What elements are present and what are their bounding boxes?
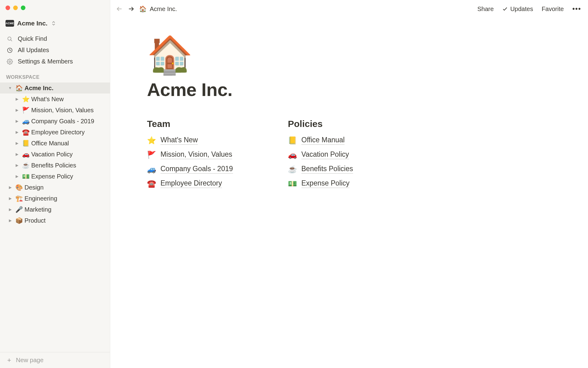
disclosure-triangle-icon[interactable]: ▼ [7,85,13,91]
tree-item[interactable]: ▼🏠Acme Inc. [0,82,110,94]
page-link[interactable]: ☎️Employee Directory [147,179,257,188]
updates-button[interactable]: Updates [502,6,533,13]
page-link-label: Vacation Policy [301,150,349,159]
tree-item[interactable]: ▶📦Product [0,215,110,226]
page-link-icon: 🚙 [147,165,156,174]
page-link-icon: 💵 [288,179,297,188]
breadcrumb-icon: 🏠 [139,5,147,13]
page-link-label: Employee Directory [160,179,222,188]
disclosure-triangle-icon[interactable]: ▶ [7,184,13,191]
page-body: 🏠 Acme Inc. Team⭐What's New🚩Mission, Vis… [110,18,588,368]
tree-item[interactable]: ▶☕Benefits Policies [0,160,110,171]
nav-forward-button[interactable] [127,4,136,13]
page-emoji-icon: 🚩 [21,106,30,114]
link-list: 📒Office Manual🚗Vacation Policy☕Benefits … [288,136,398,188]
sidebar-util-settings-members[interactable]: Settings & Members [0,56,110,67]
page-emoji-icon: 💵 [21,173,30,180]
breadcrumb[interactable]: 🏠 Acme Inc. [139,5,177,13]
sidebar-util-all-updates[interactable]: All Updates [0,44,110,56]
disclosure-triangle-icon[interactable]: ▶ [7,195,13,202]
favorite-button[interactable]: Favorite [542,6,564,13]
share-button[interactable]: Share [477,6,494,13]
page-link[interactable]: 🚩Mission, Vision, Values [147,150,257,159]
tree-item[interactable]: ▶🚗Vacation Policy [0,149,110,160]
tree-item[interactable]: ▶⭐What's New [0,94,110,105]
page-link[interactable]: 🚙Company Goals - 2019 [147,165,257,174]
page-link-icon: 🚩 [147,151,156,159]
tree-item-label: Employee Directory [31,129,85,136]
window-maximize-button[interactable] [21,6,25,10]
workspace-switcher[interactable]: ACME Acme Inc. [0,18,110,31]
tree-item[interactable]: ▶☎️Employee Directory [0,127,110,138]
sidebar-utilities: Quick FindAll UpdatesSettings & Members [0,31,110,69]
svg-line-1 [11,40,12,41]
svg-point-3 [9,61,10,62]
topbar: 🏠 Acme Inc. Share Updates Favorite ••• [110,0,588,18]
tree-item-label: Office Manual [31,140,69,147]
tree-item-label: Company Goals - 2019 [31,118,94,125]
window-minimize-button[interactable] [13,6,18,10]
tree-item-label: Marketing [24,206,51,213]
page-hero-icon[interactable]: 🏠 [147,36,551,73]
more-menu-button[interactable]: ••• [572,5,581,13]
disclosure-triangle-icon[interactable]: ▶ [7,217,13,224]
tree-item-label: Vacation Policy [31,151,73,158]
favorite-label: Favorite [542,6,564,13]
sidebar-util-label: Quick Find [18,35,47,42]
main-area: 🏠 Acme Inc. Share Updates Favorite ••• [110,0,588,368]
page-link[interactable]: ⭐What's New [147,136,257,145]
check-icon [502,6,508,12]
link-list: ⭐What's New🚩Mission, Vision, Values🚙Comp… [147,136,257,188]
breadcrumb-title: Acme Inc. [150,6,177,13]
page-link-icon: 📒 [288,136,297,145]
nav-back-button[interactable] [115,4,124,13]
window-controls [6,6,25,10]
page-link[interactable]: ☕Benefits Policies [288,165,398,174]
tree-item[interactable]: ▶🎤Marketing [0,204,110,215]
tree-item[interactable]: ▶🎨Design [0,182,110,193]
column-heading: Policies [288,119,398,129]
sidebar-util-quick-find[interactable]: Quick Find [0,33,110,44]
page-title[interactable]: Acme Inc. [147,79,551,100]
sidebar-util-label: Settings & Members [18,58,73,65]
tree-item[interactable]: ▶💵Expense Policy [0,171,110,182]
tree-item[interactable]: ▶🚩Mission, Vision, Values [0,105,110,116]
page-emoji-icon: ⭐ [21,95,30,103]
tree-item[interactable]: ▶🏗️Engineering [0,193,110,204]
tree-item-label: Expense Policy [31,173,73,180]
window-close-button[interactable] [6,6,10,10]
page-emoji-icon: 🎤 [15,206,23,213]
page-link-label: Expense Policy [301,179,349,188]
sidebar-util-label: All Updates [18,47,49,54]
tree-item[interactable]: ▶🚙Company Goals - 2019 [0,116,110,127]
page-link[interactable]: 🚗Vacation Policy [288,150,398,159]
plus-icon: + [6,357,12,363]
page-emoji-icon: ☕ [21,162,30,169]
page-link-label: Company Goals - 2019 [160,165,233,174]
tree-item-label: What's New [31,96,64,103]
page-link-icon: ⭐ [147,136,156,145]
tree-item[interactable]: ▶📒Office Manual [0,138,110,149]
page-columns: Team⭐What's New🚩Mission, Vision, Values🚙… [147,119,551,188]
disclosure-triangle-icon[interactable]: ▶ [13,129,20,136]
page-emoji-icon: 🎨 [15,184,23,191]
search-icon [6,36,13,42]
page-link-label: What's New [160,136,198,145]
disclosure-triangle-icon[interactable]: ▶ [13,118,20,125]
page-emoji-icon: 📒 [21,140,30,147]
page-link[interactable]: 💵Expense Policy [288,179,398,188]
disclosure-triangle-icon[interactable]: ▶ [13,96,20,102]
workspace-badge: ACME [6,20,14,27]
sidebar-section-label: WORKSPACE [0,69,110,82]
disclosure-triangle-icon[interactable]: ▶ [13,151,20,158]
page-link[interactable]: 📒Office Manual [288,136,398,145]
new-page-button[interactable]: + New page [0,352,110,368]
disclosure-triangle-icon[interactable]: ▶ [13,162,20,169]
page-emoji-icon: ☎️ [21,128,30,136]
page-link-icon: ☎️ [147,179,156,188]
page-column: Policies📒Office Manual🚗Vacation Policy☕B… [288,119,398,188]
disclosure-triangle-icon[interactable]: ▶ [7,206,13,213]
disclosure-triangle-icon[interactable]: ▶ [13,140,20,147]
disclosure-triangle-icon[interactable]: ▶ [13,173,20,180]
disclosure-triangle-icon[interactable]: ▶ [13,107,20,113]
